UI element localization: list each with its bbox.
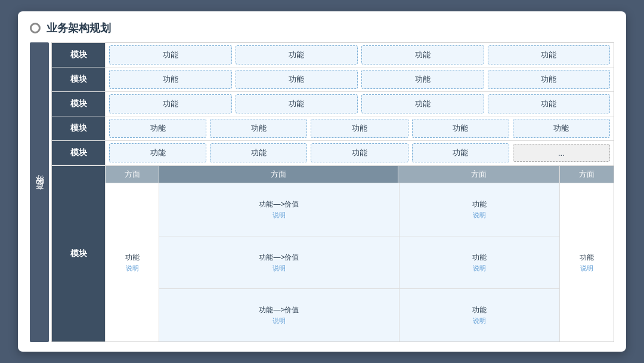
aspect-cell-3: 方面 [398,166,560,183]
func-box-2-1: 功能 [109,70,232,89]
col4-content: 功能 说明 [560,183,614,342]
aspect-col-4: 功能 说明 [560,183,614,342]
aspect-cell-4: 方面 [560,166,614,183]
main-card: 业务架构规划 产品名称 模块 功能 功能 功能 功能 模块 功能 功能 [18,11,626,352]
row-2: 模块 功能 功能 功能 功能 [52,67,614,92]
col2-item-1: 功能—>价值 说明 [159,183,399,236]
func-cells-1: 功能 功能 功能 功能 [106,43,614,67]
col1-func: 功能 [125,253,140,263]
func-box-4-5: 功能 [513,119,610,138]
col3-item-3: 功能 说明 [400,289,559,342]
func-box-3-1: 功能 [109,94,232,113]
col3-func-3: 功能 [472,305,487,315]
module-cell-2: 模块 [52,67,106,91]
func-box-2-4: 功能 [488,70,611,89]
aspect-col-1: 功能 说明 [106,183,159,342]
func-box-2-2: 功能 [236,70,358,89]
func-cells-4: 功能 功能 功能 功能 功能 [106,116,614,140]
module-cell-5: 模块 [52,141,106,165]
aspect-body: 功能 说明 功能—>价值 说明 功能—>价值 [106,183,614,342]
complex-module-cell: 模块 [52,166,106,342]
func-box-5-5: ... [513,144,610,162]
col2-desc-1: 说明 [273,211,286,220]
func-box-1-2: 功能 [236,45,358,64]
func-box-5-2: 功能 [210,143,307,162]
header-icon [30,23,41,33]
col3-func-1: 功能 [472,199,487,210]
col3-desc-3: 说明 [473,316,486,325]
col1-desc: 说明 [126,264,139,273]
col2-func-3: 功能—>价值 [259,305,299,315]
row-5: 模块 功能 功能 功能 功能 ... [52,141,614,165]
func-box-5-1: 功能 [109,143,206,162]
header: 业务架构规划 [30,21,614,35]
func-cells-5: 功能 功能 功能 功能 ... [106,141,614,165]
func-box-5-3: 功能 [311,143,408,162]
col4-func: 功能 [580,253,594,263]
module-cell-1: 模块 [52,43,106,67]
col4-desc: 说明 [580,264,593,273]
main-body: 产品名称 模块 功能 功能 功能 功能 模块 功能 功能 功能 功能 [30,42,614,342]
content-area: 模块 功能 功能 功能 功能 模块 功能 功能 功能 功能 [51,42,614,342]
aspect-cell-1: 方面 [106,166,159,183]
row-4: 模块 功能 功能 功能 功能 功能 [52,116,614,141]
col2-item-2: 功能—>价值 说明 [159,236,399,290]
row-1: 模块 功能 功能 功能 功能 [52,43,614,67]
aspect-col-3: 功能 说明 功能 说明 功能 说明 [400,183,560,342]
module-cell-3: 模块 [52,92,106,116]
func-box-4-2: 功能 [210,119,307,138]
complex-content: 方面 方面 方面 方面 功能 说明 [106,166,614,342]
func-box-3-2: 功能 [236,94,358,113]
col3-item-1: 功能 说明 [400,183,559,236]
func-box-4-4: 功能 [412,119,509,138]
module-cell-4: 模块 [52,116,106,140]
func-cells-3: 功能 功能 功能 功能 [106,92,614,116]
product-label: 产品名称 [30,42,49,342]
complex-row: 模块 方面 方面 方面 方面 功能 [52,165,614,342]
func-box-4-3: 功能 [311,119,408,138]
func-cells-2: 功能 功能 功能 功能 [106,67,614,91]
col2-desc-2: 说明 [273,264,286,273]
col2-desc-3: 说明 [273,316,286,325]
col3-func-2: 功能 [472,253,487,263]
aspect-header-row: 方面 方面 方面 方面 [106,166,614,183]
col2-func-1: 功能—>价值 [259,199,299,210]
func-box-1-4: 功能 [488,45,611,64]
func-box-3-4: 功能 [488,94,611,113]
func-box-2-3: 功能 [361,70,484,89]
func-box-5-4: 功能 [412,143,509,162]
col3-item-2: 功能 说明 [400,236,559,290]
aspect-cell-2: 方面 [159,166,398,183]
col2-item-3: 功能—>价值 说明 [159,289,399,342]
col3-desc-2: 说明 [473,264,486,273]
func-box-1-1: 功能 [109,45,232,64]
func-box-4-1: 功能 [109,119,206,138]
page-title: 业务架构规划 [47,21,111,35]
row-3: 模块 功能 功能 功能 功能 [52,92,614,116]
col2-func-2: 功能—>价值 [259,253,299,263]
aspect-col-2: 功能—>价值 说明 功能—>价值 说明 功能—>价值 说明 [159,183,400,342]
func-box-1-3: 功能 [361,45,484,64]
func-box-3-3: 功能 [361,94,484,113]
col1-content: 功能 说明 [106,183,159,342]
col3-desc-1: 说明 [473,211,486,220]
